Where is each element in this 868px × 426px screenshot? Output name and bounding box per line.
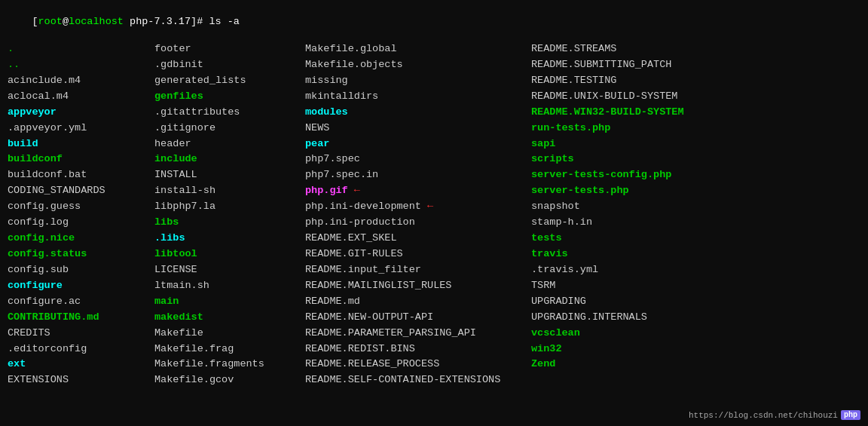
list-item: .editorconfigMakefile.fragREADME.REDIST.… <box>8 342 860 357</box>
list-item: buildconfincludephp7.specscripts <box>8 152 860 167</box>
list-item: extMakefile.fragmentsREADME.RELEASE_PROC… <box>8 357 860 372</box>
watermark: https://blog.csdn.net/chihouzi php <box>689 410 860 420</box>
list-item: configure.acmainREADME.mdUPGRADING <box>8 294 860 310</box>
list-item: config.guesslibphp7.laphp.ini-developmen… <box>8 199 860 215</box>
list-item: EXTENSIONSMakefile.gcovREADME.SELF-CONTA… <box>8 372 860 388</box>
list-item: .appveyor.yml.gitignoreNEWSrun-tests.php <box>8 121 860 136</box>
list-item: buildheaderpearsapi <box>8 136 860 152</box>
list-item: CONTRIBUTING.mdmakedistREADME.NEW-OUTPUT… <box>8 310 860 326</box>
watermark-url: https://blog.csdn.net/chihouzi <box>689 411 838 420</box>
terminal: [root@localhost php-7.3.17]# ls -a .foot… <box>0 0 868 426</box>
list-item: aclocal.m4genfilesmkintalldirsREADME.UNI… <box>8 89 860 105</box>
list-item: config.nice.libsREADME.EXT_SKELtests <box>8 231 860 247</box>
php-badge: php <box>841 410 860 420</box>
list-item: ...gdbinitMakefile.objectsREADME.SUBMITT… <box>8 57 860 73</box>
list-item: config.loglibsphp.ini-productionstamp-h.… <box>8 215 860 231</box>
list-item: config.subLICENSEREADME.input_filter.tra… <box>8 262 860 278</box>
list-item: buildconf.batINSTALLphp7.spec.inserver-t… <box>8 167 860 183</box>
file-listing: .footerMakefile.globalREADME.STREAMS...g… <box>8 41 860 388</box>
list-item: CODING_STANDARDSinstall-shphp.gif ←serve… <box>8 183 860 199</box>
list-item: CREDITSMakefileREADME.PARAMETER_PARSING_… <box>8 326 860 342</box>
prompt-line: [root@localhost php-7.3.17]# ls -a <box>8 5 860 38</box>
list-item: config.statuslibtoolREADME.GIT-RULEStrav… <box>8 247 860 262</box>
list-item: appveyor.gitattributesmodulesREADME.WIN3… <box>8 105 860 121</box>
list-item: acinclude.m4generated_listsmissingREADME… <box>8 73 860 89</box>
list-item: .footerMakefile.globalREADME.STREAMS <box>8 41 860 57</box>
list-item: configureltmain.shREADME.MAILINGLIST_RUL… <box>8 278 860 294</box>
